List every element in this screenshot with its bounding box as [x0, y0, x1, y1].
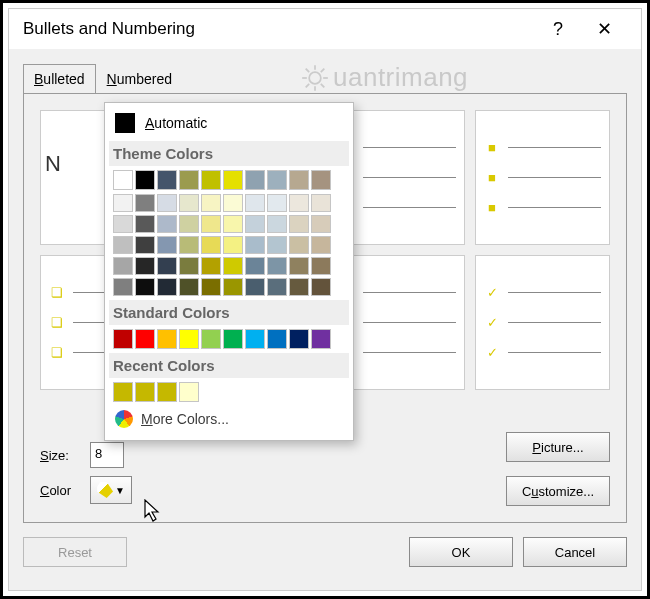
- color-dropdown-button[interactable]: ▼: [90, 476, 132, 504]
- bullets-numbering-dialog: Bullets and Numbering ? ✕ Bulleted Numbe…: [8, 8, 642, 591]
- ok-button[interactable]: OK: [409, 537, 513, 567]
- color-swatch[interactable]: [311, 257, 331, 275]
- color-swatch[interactable]: [289, 329, 309, 349]
- help-button[interactable]: ?: [535, 13, 581, 45]
- color-swatch[interactable]: [179, 215, 199, 233]
- color-swatch[interactable]: [135, 236, 155, 254]
- paint-bucket-icon: [97, 482, 113, 498]
- color-swatch[interactable]: [311, 215, 331, 233]
- color-swatch[interactable]: [223, 194, 243, 212]
- color-swatch[interactable]: [201, 329, 221, 349]
- color-swatch[interactable]: [223, 215, 243, 233]
- color-swatch[interactable]: [245, 236, 265, 254]
- color-swatch[interactable]: [311, 329, 331, 349]
- color-swatch[interactable]: [157, 236, 177, 254]
- color-swatch[interactable]: [267, 278, 287, 296]
- color-swatch[interactable]: [201, 236, 221, 254]
- color-swatch[interactable]: [113, 382, 133, 402]
- color-swatch[interactable]: [289, 257, 309, 275]
- color-swatch[interactable]: [201, 194, 221, 212]
- color-swatch[interactable]: [135, 278, 155, 296]
- color-swatch[interactable]: [113, 257, 133, 275]
- size-input[interactable]: 8: [90, 442, 124, 468]
- color-swatch[interactable]: [223, 257, 243, 275]
- color-swatch[interactable]: [179, 236, 199, 254]
- color-swatch[interactable]: [157, 170, 177, 190]
- color-swatch[interactable]: [311, 278, 331, 296]
- box-icon: ❏: [49, 315, 65, 331]
- color-swatch[interactable]: [245, 194, 265, 212]
- check-icon: ✓: [484, 285, 500, 301]
- color-swatch[interactable]: [135, 215, 155, 233]
- color-swatch[interactable]: [179, 382, 199, 402]
- color-swatch[interactable]: [113, 170, 133, 190]
- bullet-style-square[interactable]: ■ ■ ■: [475, 110, 610, 245]
- color-swatch[interactable]: [113, 329, 133, 349]
- color-swatch[interactable]: [179, 257, 199, 275]
- color-swatch[interactable]: [113, 215, 133, 233]
- black-swatch-icon: [115, 113, 135, 133]
- color-swatch[interactable]: [223, 278, 243, 296]
- color-swatch[interactable]: [289, 215, 309, 233]
- check-icon: ✓: [484, 315, 500, 331]
- color-swatch[interactable]: [289, 170, 309, 190]
- theme-colors-heading: Theme Colors: [109, 141, 349, 166]
- color-swatch[interactable]: [201, 170, 221, 190]
- color-swatch[interactable]: [201, 215, 221, 233]
- color-swatch[interactable]: [135, 257, 155, 275]
- color-swatch[interactable]: [267, 329, 287, 349]
- close-button[interactable]: ✕: [581, 13, 627, 45]
- titlebar: Bullets and Numbering ? ✕: [9, 9, 641, 49]
- color-swatch[interactable]: [311, 236, 331, 254]
- color-swatch[interactable]: [135, 382, 155, 402]
- check-icon: ✓: [484, 345, 500, 361]
- color-swatch[interactable]: [223, 236, 243, 254]
- color-swatch[interactable]: [311, 194, 331, 212]
- color-swatch[interactable]: [223, 329, 243, 349]
- color-swatch[interactable]: [157, 382, 177, 402]
- color-swatch[interactable]: [179, 278, 199, 296]
- color-swatch[interactable]: [135, 170, 155, 190]
- color-swatch[interactable]: [201, 257, 221, 275]
- color-swatch[interactable]: [289, 278, 309, 296]
- color-swatch[interactable]: [267, 194, 287, 212]
- color-swatch[interactable]: [113, 236, 133, 254]
- color-swatch[interactable]: [267, 215, 287, 233]
- color-swatch[interactable]: [157, 329, 177, 349]
- color-swatch[interactable]: [289, 236, 309, 254]
- color-swatch[interactable]: [267, 236, 287, 254]
- color-swatch[interactable]: [135, 194, 155, 212]
- color-swatch[interactable]: [201, 278, 221, 296]
- color-swatch[interactable]: [245, 329, 265, 349]
- color-swatch[interactable]: [113, 194, 133, 212]
- color-swatch[interactable]: [157, 194, 177, 212]
- color-swatch[interactable]: [223, 170, 243, 190]
- tab-bulleted[interactable]: Bulleted: [23, 64, 96, 94]
- color-swatch[interactable]: [113, 278, 133, 296]
- color-swatch[interactable]: [267, 170, 287, 190]
- color-swatch[interactable]: [289, 194, 309, 212]
- color-swatch[interactable]: [179, 170, 199, 190]
- color-swatch[interactable]: [157, 278, 177, 296]
- dialog-title: Bullets and Numbering: [23, 19, 535, 39]
- color-swatch[interactable]: [267, 257, 287, 275]
- cancel-button[interactable]: Cancel: [523, 537, 627, 567]
- tab-numbered[interactable]: Numbered: [96, 64, 183, 94]
- color-swatch[interactable]: [135, 329, 155, 349]
- color-automatic[interactable]: Automatic: [113, 109, 345, 137]
- standard-colors-heading: Standard Colors: [109, 300, 349, 325]
- customize-button[interactable]: Customize...: [506, 476, 610, 506]
- bullet-style-check[interactable]: ✓ ✓ ✓: [475, 255, 610, 390]
- color-swatch[interactable]: [179, 194, 199, 212]
- color-swatch[interactable]: [179, 329, 199, 349]
- color-swatch[interactable]: [245, 257, 265, 275]
- more-colors[interactable]: More Colors...: [113, 406, 345, 432]
- color-swatch[interactable]: [245, 170, 265, 190]
- color-swatch[interactable]: [157, 215, 177, 233]
- color-swatch[interactable]: [311, 170, 331, 190]
- square-icon: ■: [484, 200, 500, 216]
- color-swatch[interactable]: [245, 278, 265, 296]
- picture-button[interactable]: Picture...: [506, 432, 610, 462]
- color-swatch[interactable]: [245, 215, 265, 233]
- color-swatch[interactable]: [157, 257, 177, 275]
